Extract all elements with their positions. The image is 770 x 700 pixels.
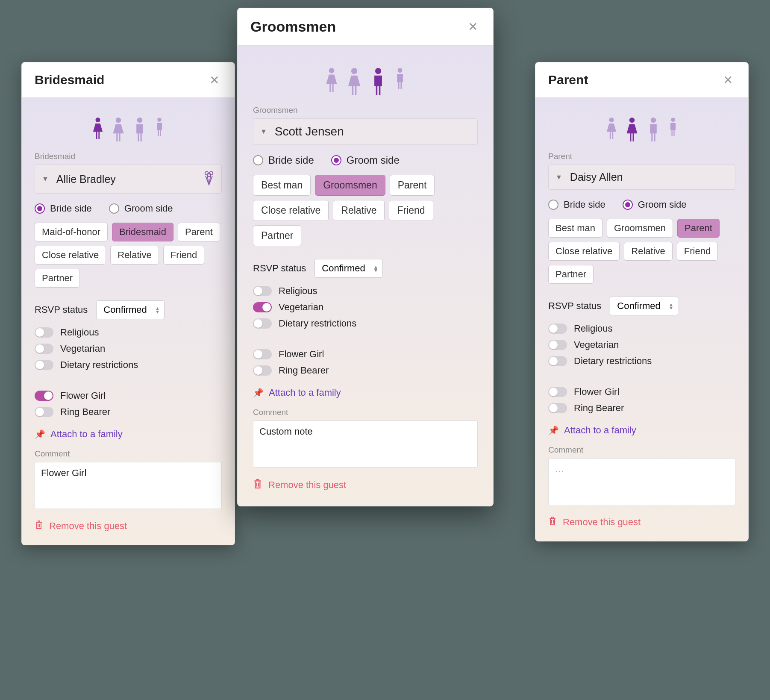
- toggle-dietary[interactable]: [253, 318, 272, 329]
- guest-name-dropdown[interactable]: ▼ Daisy Allen: [548, 165, 735, 190]
- chevron-down-icon: ▼: [260, 128, 267, 135]
- radio-bride-side[interactable]: Bride side: [253, 154, 314, 166]
- card-header: Parent ✕: [535, 62, 748, 98]
- person-type-selector: [35, 106, 222, 152]
- svg-point-10: [671, 118, 675, 122]
- person-man-icon[interactable]: [647, 118, 660, 141]
- toggle-flower-girl[interactable]: [35, 391, 53, 401]
- tag-relative[interactable]: Relative: [110, 246, 159, 265]
- toggle-label: Vegetarian: [60, 343, 105, 354]
- tag-parent[interactable]: Parent: [390, 175, 435, 196]
- tag-best-man[interactable]: Best man: [548, 219, 602, 238]
- tag-parent[interactable]: Parent: [677, 219, 720, 238]
- toggle-religious[interactable]: [35, 327, 53, 338]
- guest-name: Daisy Allen: [570, 171, 623, 183]
- person-woman-icon[interactable]: [346, 68, 362, 95]
- close-icon[interactable]: ✕: [720, 73, 735, 87]
- role-label: Bridesmaid: [35, 152, 222, 161]
- person-girl-icon[interactable]: [92, 118, 104, 141]
- tag-relative[interactable]: Relative: [624, 242, 672, 261]
- rsvp-label: RSVP status: [548, 300, 601, 312]
- toggle-ring-bearer[interactable]: [35, 407, 53, 417]
- tag-best-man[interactable]: Best man: [253, 175, 311, 196]
- toggle-vegetarian[interactable]: [548, 340, 567, 350]
- comment-textarea[interactable]: Flower Girl: [35, 462, 222, 509]
- tag-partner[interactable]: Partner: [253, 225, 301, 246]
- remove-guest-button[interactable]: Remove this guest: [548, 516, 735, 528]
- role-tags: Maid-of-honor Bridesmaid Parent Close re…: [35, 223, 222, 288]
- attach-family-button[interactable]: 📌 Attach to a family: [35, 429, 222, 440]
- toggle-vegetarian[interactable]: [35, 344, 53, 354]
- toggle-dietary[interactable]: [548, 356, 567, 366]
- person-woman-icon[interactable]: [112, 118, 125, 141]
- toggle-ring-bearer[interactable]: [253, 365, 272, 376]
- toggle-flower-girl[interactable]: [253, 349, 272, 359]
- sort-icon: ▴▾: [374, 265, 377, 272]
- close-icon[interactable]: ✕: [207, 73, 222, 87]
- person-boy-icon[interactable]: [668, 118, 678, 141]
- person-man-icon[interactable]: [133, 118, 147, 141]
- toggle-ring-bearer[interactable]: [548, 403, 567, 413]
- tag-friend[interactable]: Friend: [163, 246, 204, 265]
- tag-partner[interactable]: Partner: [548, 265, 594, 284]
- rsvp-label: RSVP status: [253, 263, 306, 274]
- tag-bridesmaid[interactable]: Bridesmaid: [112, 223, 173, 241]
- remove-guest-button[interactable]: Remove this guest: [253, 479, 478, 491]
- comment-textarea[interactable]: Custom note: [253, 421, 478, 468]
- toggle-vegetarian[interactable]: [253, 302, 272, 312]
- comment-textarea[interactable]: …: [548, 458, 735, 505]
- tag-maid-of-honor[interactable]: Maid-of-honor: [35, 223, 108, 241]
- tag-partner[interactable]: Partner: [35, 269, 80, 288]
- toggle-label: Religious: [60, 327, 99, 338]
- card-header: Groomsmen ✕: [238, 8, 493, 46]
- tag-friend[interactable]: Friend: [677, 242, 718, 261]
- toggle-religious[interactable]: [253, 286, 272, 296]
- tag-close-relative[interactable]: Close relative: [253, 200, 329, 221]
- svg-point-11: [329, 68, 334, 73]
- tag-groomsmen[interactable]: Groomsmen: [607, 219, 673, 238]
- guest-name-dropdown[interactable]: ▼ Allie Bradley: [35, 165, 222, 194]
- guest-name-dropdown[interactable]: ▼ Scott Jensen: [253, 118, 478, 145]
- trash-icon: [548, 516, 557, 528]
- person-type-selector: [548, 106, 735, 152]
- close-icon[interactable]: ✕: [465, 20, 480, 34]
- rsvp-select[interactable]: Confirmed▴▾: [610, 297, 678, 315]
- rsvp-row: RSVP status Confirmed▴▾: [253, 259, 478, 278]
- radio-bride-side[interactable]: Bride side: [548, 199, 605, 210]
- attach-family-button[interactable]: 📌 Attach to a family: [253, 387, 478, 398]
- svg-point-9: [651, 118, 656, 123]
- person-boy-icon[interactable]: [394, 68, 406, 95]
- person-man-icon[interactable]: [370, 68, 386, 95]
- guest-card-groomsmen: Groomsmen ✕ Groomsmen ▼ Scott Jensen Bri…: [237, 8, 494, 506]
- radio-bride-side[interactable]: Bride side: [35, 203, 92, 214]
- person-woman-icon[interactable]: [625, 118, 639, 141]
- tag-groomsmen[interactable]: Groomsmen: [315, 175, 385, 196]
- toggle-dietary[interactable]: [35, 360, 53, 370]
- person-girl-icon[interactable]: [325, 68, 338, 95]
- rsvp-select[interactable]: Confirmed▴▾: [96, 300, 164, 319]
- person-boy-icon[interactable]: [154, 118, 165, 141]
- attach-family-button[interactable]: 📌 Attach to a family: [548, 425, 735, 436]
- tag-relative[interactable]: Relative: [333, 200, 385, 221]
- tag-close-relative[interactable]: Close relative: [35, 246, 106, 265]
- rsvp-select[interactable]: Confirmed▴▾: [314, 259, 382, 278]
- toggle-flower-girl[interactable]: [548, 387, 567, 397]
- remove-guest-button[interactable]: Remove this guest: [35, 520, 222, 532]
- remove-label: Remove this guest: [268, 479, 346, 491]
- toggle-label: Religious: [574, 323, 613, 334]
- radio-groom-side[interactable]: Groom side: [109, 203, 173, 214]
- svg-point-3: [157, 118, 162, 122]
- toggle-religious[interactable]: [548, 324, 567, 334]
- radio-groom-side[interactable]: Groom side: [331, 154, 400, 166]
- person-girl-icon[interactable]: [605, 118, 617, 141]
- card-body: Parent ▼ Daisy Allen Bride side Groom si…: [535, 98, 748, 541]
- toggle-label: Flower Girl: [279, 349, 324, 360]
- tag-close-relative[interactable]: Close relative: [548, 242, 620, 261]
- svg-point-2: [137, 118, 142, 123]
- tag-friend[interactable]: Friend: [389, 200, 433, 221]
- radio-groom-side[interactable]: Groom side: [623, 199, 687, 210]
- tag-parent[interactable]: Parent: [178, 223, 220, 241]
- attach-label: Attach to a family: [269, 387, 341, 398]
- guest-card-parent: Parent ✕ Parent ▼ Daisy Allen Bride side…: [535, 62, 749, 541]
- toggle-label: Flower Girl: [60, 390, 106, 401]
